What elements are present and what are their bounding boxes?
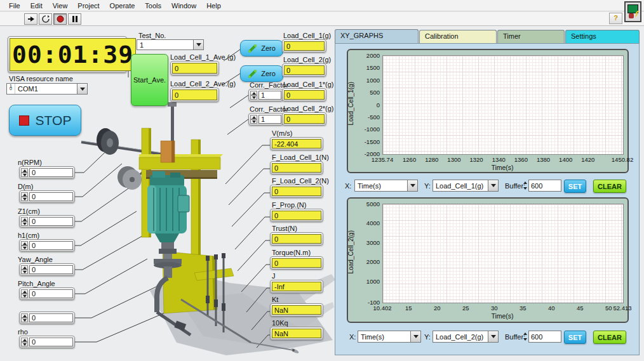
wrench-icon [248, 44, 257, 53]
dropdown-arrow-icon[interactable] [407, 180, 417, 191]
set-button-2[interactable]: SET [564, 331, 586, 344]
d-m-value[interactable]: 0 [29, 192, 73, 201]
rho-value[interactable]: 0 [29, 338, 73, 346]
spinner-arrows[interactable] [21, 338, 28, 346]
x-tick-label: 1340 [492, 156, 506, 163]
test-no-dropdown[interactable]: 1 [137, 39, 204, 50]
abort-icon [57, 15, 64, 23]
x-axis-dropdown[interactable]: Time(s) [354, 180, 418, 192]
context-help-icon[interactable]: ? [609, 13, 622, 24]
buffer-spinner[interactable] [522, 331, 528, 343]
tab-xy-graphs[interactable]: XY_GRAPHS [335, 29, 419, 43]
y-axis-ticks: 50004000300020001000-100 [354, 204, 381, 302]
menu-bar: File Edit View Project Operate Tools Win… [0, 0, 644, 11]
y-tick-label: -500 [368, 113, 380, 120]
menu-tools[interactable]: Tools [140, 0, 166, 11]
yaw-angle-control[interactable]: 0 [19, 263, 75, 276]
n-rpm-value[interactable]: 0 [29, 168, 73, 177]
n-rpm-control[interactable]: 0 [19, 166, 75, 179]
tenkq-value: NaN [272, 329, 321, 338]
xy-graph-load-cell-2: Load_Cell_2(g) 50004000300020001000-100 … [347, 197, 629, 323]
set-button[interactable]: SET [564, 180, 586, 193]
tenkq-label: 10Kq [272, 319, 288, 327]
dropdown-arrow-icon[interactable] [193, 40, 203, 49]
buffer-spinner[interactable] [522, 180, 528, 192]
menu-help[interactable]: Help [201, 0, 226, 11]
zero-button-1[interactable]: Zero [240, 40, 283, 56]
dropdown-arrow-icon[interactable] [410, 331, 420, 342]
f-load-cell-1-indicator: 0 [270, 161, 323, 174]
dropdown-arrow-icon[interactable] [488, 180, 498, 191]
yaw-angle-value[interactable]: 0 [29, 265, 73, 274]
spinner-arrows[interactable] [21, 168, 28, 177]
menu-project[interactable]: Project [72, 0, 104, 11]
dropdown-arrow-icon[interactable] [488, 331, 498, 342]
x-axis-value: Time(s) [358, 331, 410, 342]
vi-icon-dot [629, 13, 634, 18]
z1-cm-control[interactable]: 0 [19, 215, 75, 228]
menu-edit[interactable]: Edit [25, 0, 48, 11]
z1-cm-value[interactable]: 0 [29, 217, 73, 226]
buffer-input[interactable]: 600 [528, 180, 561, 192]
d-m-control[interactable]: 0 [19, 190, 75, 203]
kt-value: NaN [272, 305, 321, 315]
run-continuous-button[interactable] [39, 13, 52, 25]
set-label: SET [568, 183, 582, 190]
unnamed-value[interactable]: 0 [29, 313, 73, 322]
rho-control[interactable]: 0 [19, 336, 75, 348]
start-ave-button[interactable]: Start_Ave. [131, 54, 168, 106]
abort-button[interactable] [53, 13, 67, 25]
rho-label: rho [18, 328, 28, 336]
visa-resource-dropdown[interactable]: 10 COM1 [6, 83, 88, 95]
dropdown-arrow-icon[interactable] [77, 84, 87, 94]
menu-operate[interactable]: Operate [105, 0, 140, 11]
h1-cm-value[interactable]: 0 [29, 241, 73, 250]
unnamed-control[interactable]: 0 [19, 312, 75, 324]
corr-factor-control-1[interactable]: 1 [248, 89, 283, 102]
corr-factor-control-2[interactable]: 1 [248, 113, 283, 126]
menu-view[interactable]: View [48, 0, 73, 11]
buffer-input-2[interactable]: 600 [528, 331, 561, 343]
test-no-label: Test_No. [138, 32, 166, 39]
corr-factor-value-2[interactable]: 1 [258, 115, 281, 124]
menu-file[interactable]: File [4, 0, 25, 11]
spinner-arrows[interactable] [21, 217, 28, 226]
run-button[interactable] [24, 13, 37, 25]
pause-button[interactable] [68, 13, 81, 25]
vi-icon [624, 1, 641, 22]
spinner-arrows[interactable] [21, 265, 28, 274]
spinner-arrows[interactable] [21, 192, 28, 201]
torque-value: 0 [272, 258, 321, 268]
clear-button-2[interactable]: CLEAR [593, 331, 626, 344]
x-tick-label: 1450.82 [612, 156, 633, 163]
tab-timer[interactable]: Timer [497, 30, 565, 43]
spinner-arrows[interactable] [250, 115, 257, 124]
clear-button[interactable]: CLEAR [593, 180, 626, 193]
x-axis-dropdown-2[interactable]: Time(s) [358, 331, 421, 343]
tab-calibration[interactable]: Calibration [419, 30, 497, 43]
load-cell-1-ave-value: 0 [172, 63, 217, 74]
spinner-arrows[interactable] [21, 289, 28, 298]
tab-settings[interactable]: Settings [565, 30, 640, 43]
wrench-icon [248, 69, 257, 79]
load-cell-2-star-indicator: 0 [282, 112, 326, 126]
x-tick-label: 1280 [425, 156, 438, 163]
h1-cm-control[interactable]: 0 [19, 239, 75, 252]
spinner-arrows[interactable] [250, 91, 257, 100]
buffer-value: 600 [531, 333, 542, 341]
y-axis-dropdown-2[interactable]: Load_Cell_2(g) [433, 331, 499, 343]
spinner-arrows[interactable] [21, 313, 28, 322]
y-axis-dropdown[interactable]: Load_Cell_1(g) [433, 180, 499, 192]
v-ms-indicator: -22.404 [270, 137, 323, 150]
zero-button-2[interactable]: Zero [240, 65, 283, 82]
corr-factor-label-1: Corr._Factor [250, 81, 288, 89]
toolbar: ? [0, 12, 644, 26]
spinner-arrows[interactable] [21, 241, 28, 250]
run-continuous-icon [42, 15, 50, 23]
stop-button[interactable]: STOP [9, 105, 81, 136]
pitch-angle-value[interactable]: 0 [29, 289, 73, 298]
pitch-angle-control[interactable]: 0 [19, 287, 75, 300]
f-prop-value: 0 [272, 211, 321, 220]
menu-window[interactable]: Window [166, 0, 201, 11]
corr-factor-value-1[interactable]: 1 [258, 91, 281, 100]
